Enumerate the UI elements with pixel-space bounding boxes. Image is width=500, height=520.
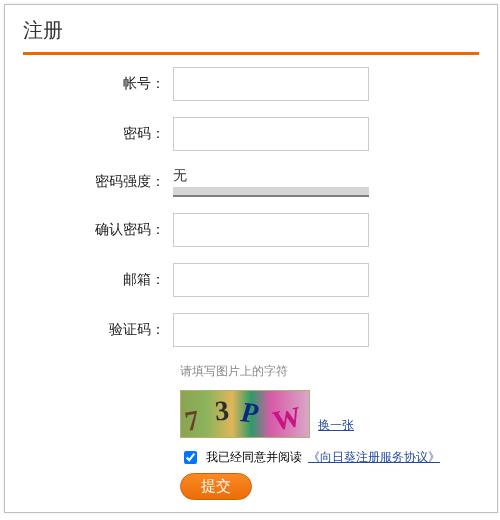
row-password: 密码： (23, 117, 479, 151)
confirm-password-input[interactable] (173, 213, 369, 247)
strength-bar (173, 187, 369, 197)
agree-text: 我已经同意并阅读 (206, 449, 302, 466)
register-form: 帐号： 密码： 密码强度： 无 确认密码： 邮箱： 验证码： 请 (23, 55, 479, 500)
row-confirm: 确认密码： (23, 213, 479, 247)
email-label: 邮箱： (23, 271, 173, 289)
username-label: 帐号： (23, 75, 173, 93)
captcha-char-1: 7 (182, 404, 201, 438)
username-input[interactable] (173, 67, 369, 101)
register-panel: 注册 帐号： 密码： 密码强度： 无 确认密码： 邮箱： 验证码： (4, 4, 498, 513)
row-username: 帐号： (23, 67, 479, 101)
row-email: 邮箱： (23, 263, 479, 297)
captcha-char-2: 3 (214, 394, 231, 427)
captcha-hint: 请填写图片上的字符 (180, 363, 479, 380)
page-title: 注册 (23, 15, 479, 55)
tos-link[interactable]: 《向日葵注册服务协议》 (308, 449, 440, 466)
email-input[interactable] (173, 263, 369, 297)
strength-indicator: 无 (173, 167, 369, 197)
submit-button[interactable]: 提交 (180, 473, 252, 500)
helper-column: 请填写图片上的字符 7 3 P W 换一张 我已经同意并阅读 《向日葵注册服务协… (180, 363, 479, 467)
submit-row: 提交 (180, 473, 479, 500)
password-label: 密码： (23, 125, 173, 143)
agree-row[interactable]: 我已经同意并阅读 《向日葵注册服务协议》 (180, 448, 479, 467)
captcha-input[interactable] (173, 313, 369, 347)
password-input[interactable] (173, 117, 369, 151)
captcha-image: 7 3 P W (180, 390, 310, 438)
captcha-char-4: W (270, 400, 304, 437)
change-captcha-link[interactable]: 换一张 (318, 417, 354, 434)
row-captcha: 验证码： (23, 313, 479, 347)
captcha-label: 验证码： (23, 321, 173, 339)
agree-checkbox[interactable] (184, 451, 197, 464)
captcha-char-3: P (239, 396, 259, 430)
row-strength: 密码强度： 无 (23, 167, 479, 197)
captcha-row: 7 3 P W 换一张 (180, 390, 479, 438)
strength-value: 无 (173, 167, 369, 185)
confirm-label: 确认密码： (23, 221, 173, 239)
strength-label: 密码强度： (23, 167, 173, 191)
